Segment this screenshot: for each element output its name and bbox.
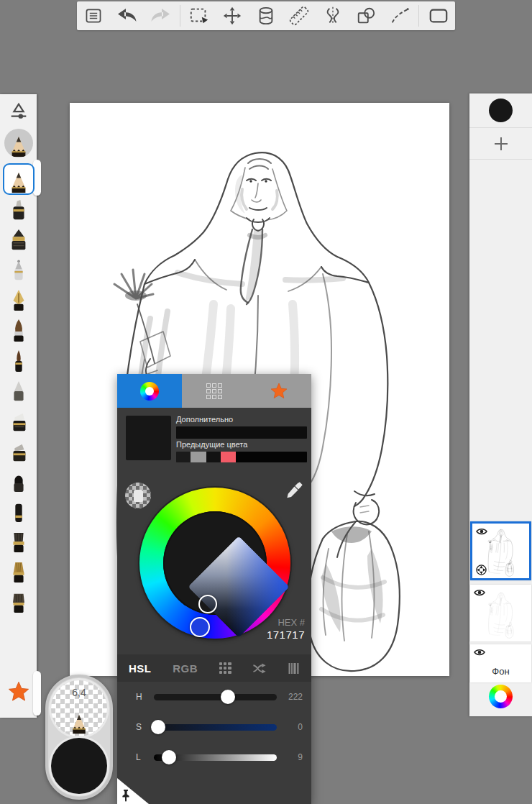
toolbar-divider	[418, 5, 419, 27]
current-color-swatch[interactable]	[126, 416, 171, 460]
brush-item-soft-pastel[interactable]	[5, 378, 32, 405]
tab-favorites[interactable]	[247, 374, 311, 408]
slider-label: L	[136, 752, 147, 762]
shuffle-icon[interactable]	[252, 663, 267, 674]
bars-icon[interactable]	[288, 663, 300, 674]
sketchbook-app: Дополнительно Предыдущие цвета	[0, 0, 532, 804]
brush-size-puck[interactable]: 6,4	[51, 680, 107, 736]
layer-item-background[interactable]: Фон	[470, 644, 531, 682]
previous-color-swatch[interactable]	[176, 452, 191, 462]
stroke-style-icon[interactable]	[385, 4, 414, 28]
brush-color-puck[interactable]: 6,4	[45, 675, 113, 800]
tab-color-wheel[interactable]	[117, 374, 182, 408]
background-layer-label: Фон	[492, 666, 509, 677]
previous-color-swatch[interactable]	[236, 452, 307, 462]
layer-item-sketch-dark[interactable]	[470, 521, 531, 580]
brush-item-flat-brush[interactable]	[5, 529, 32, 556]
previous-color-swatch[interactable]	[221, 452, 236, 462]
previous-colors-label: Предыдущие цвета	[176, 440, 247, 449]
toolbar-divider	[180, 5, 180, 27]
favorites-star-icon	[270, 383, 288, 399]
saturation-slider-knob[interactable]	[151, 720, 165, 734]
hue-slider-track[interactable]	[154, 694, 277, 700]
brush-settings-icon[interactable]	[8, 101, 29, 123]
add-layer-button[interactable]	[469, 128, 532, 159]
brush-panel-scroll-handle[interactable]	[33, 671, 41, 716]
color-wheel-button[interactable]	[489, 685, 513, 708]
crop-frame-icon[interactable]	[424, 4, 453, 28]
previous-color-swatch[interactable]	[191, 452, 206, 462]
layer-item-sketch-light[interactable]	[470, 585, 531, 641]
hue-wheel[interactable]	[139, 488, 290, 639]
color-puck[interactable]	[51, 738, 107, 794]
slider-value: 9	[284, 752, 303, 762]
plus-icon	[493, 136, 509, 152]
eye-icon[interactable]	[476, 527, 487, 536]
brush-item-pencil-selected[interactable]	[3, 163, 35, 195]
hex-label: HEX #	[278, 617, 305, 628]
ruler-icon[interactable]	[285, 4, 313, 28]
mode-hsl[interactable]: HSL	[129, 662, 152, 675]
transform-badge-icon[interactable]	[476, 565, 487, 575]
fill-icon[interactable]	[252, 4, 280, 28]
slider-label: S	[136, 722, 147, 732]
slider-row-lightness: L 9	[117, 742, 311, 772]
tab-swatches[interactable]	[182, 374, 247, 408]
pin-icon[interactable]	[121, 789, 131, 802]
layers-panel: Фон	[469, 93, 532, 716]
brush-item-dark-bristle-brush[interactable]	[5, 589, 32, 616]
lightness-slider-track[interactable]	[154, 754, 277, 761]
brush-library-panel	[0, 94, 37, 718]
current-brush-preview[interactable]	[4, 129, 33, 157]
color-editor-panel: Дополнительно Предыдущие цвета	[117, 374, 311, 804]
brush-item-copic-marker[interactable]	[5, 196, 32, 224]
slider-value: 0	[284, 722, 303, 732]
transparent-color-icon[interactable]	[125, 483, 151, 508]
hue-selector[interactable]	[190, 617, 210, 637]
brush-item-brush-pen[interactable]	[5, 347, 32, 375]
previous-colors-bar[interactable]	[176, 452, 307, 462]
eye-icon[interactable]	[474, 588, 485, 597]
eyedropper-icon[interactable]	[284, 482, 303, 501]
slider-row-hue: H 222	[117, 682, 311, 712]
brush-item-angled-marker[interactable]	[5, 438, 32, 465]
shapes-icon[interactable]	[352, 4, 380, 28]
undo-icon[interactable]	[113, 4, 142, 28]
swatch-grid-icon[interactable]	[219, 662, 231, 675]
hex-value[interactable]: 171717	[267, 629, 305, 641]
favorites-star-icon[interactable]	[8, 681, 29, 702]
lightness-slider-knob[interactable]	[162, 750, 176, 764]
color-modes-row: HSL RGB	[117, 654, 311, 682]
brush-item-ink-cylinder[interactable]	[5, 498, 32, 526]
sl-selector[interactable]	[198, 595, 217, 613]
brush-panel-handle[interactable]	[33, 160, 41, 196]
brush-item-white-chisel-marker[interactable]	[5, 408, 32, 435]
menu-icon[interactable]	[79, 4, 108, 28]
additional-colors-label: Дополнительно	[176, 415, 233, 424]
marquee-select-icon[interactable]	[185, 4, 214, 28]
additional-colors-bar[interactable]	[176, 426, 307, 439]
divider	[469, 159, 532, 160]
active-color-dot[interactable]	[489, 99, 513, 122]
redo-icon[interactable]	[146, 4, 175, 28]
mode-rgb[interactable]: RGB	[173, 662, 198, 675]
symmetry-icon[interactable]	[318, 4, 347, 28]
top-toolbar	[77, 1, 455, 30]
saturation-slider-track[interactable]	[154, 724, 277, 731]
previous-color-swatch[interactable]	[206, 452, 221, 462]
slider-row-saturation: S 0	[117, 712, 311, 742]
brush-item-round-tip-marker[interactable]	[5, 468, 32, 495]
slider-value: 222	[284, 692, 303, 702]
brush-item-ballpoint-pen[interactable]	[5, 257, 32, 284]
hue-slider-knob[interactable]	[221, 690, 235, 704]
slider-label: H	[136, 692, 147, 702]
layer-thumbnail	[482, 588, 520, 639]
color-panel-body: Дополнительно Предыдущие цвета	[117, 408, 311, 804]
brush-item-chisel-marker-large[interactable]	[5, 227, 32, 254]
eye-icon[interactable]	[474, 648, 485, 657]
move-transform-icon[interactable]	[218, 4, 247, 28]
brush-item-gold-bristle-brush[interactable]	[5, 559, 32, 586]
brush-item-round-paintbrush[interactable]	[5, 317, 32, 344]
hsl-sliders: H 222 S 0 L	[117, 682, 311, 772]
brush-item-fountain-pen[interactable]	[5, 287, 32, 314]
